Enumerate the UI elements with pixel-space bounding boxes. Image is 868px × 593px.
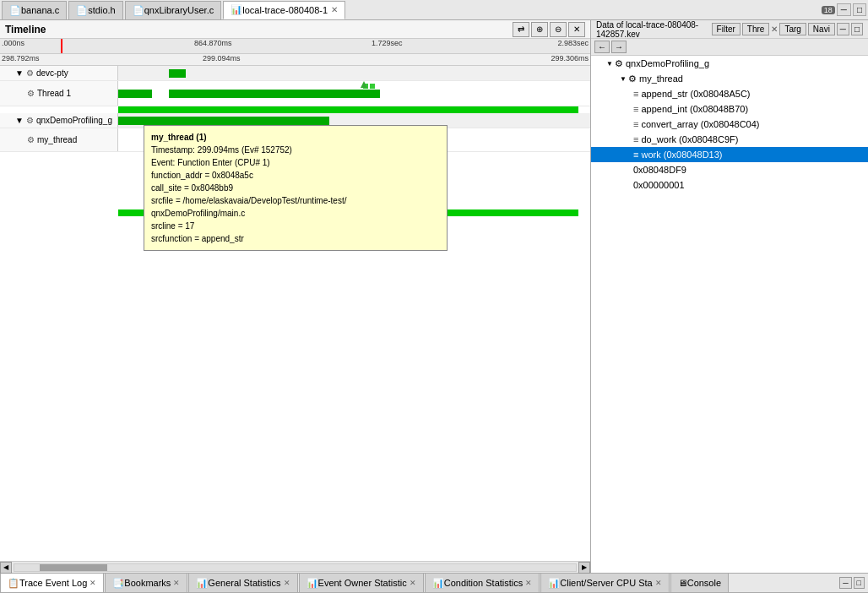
tooltip-call-site: call_site = 0x8048bb9 xyxy=(151,182,440,194)
console-icon: 🖥 xyxy=(678,578,687,588)
tree-item-df9[interactable]: 0x08048DF9 xyxy=(591,162,868,177)
scroll-track[interactable] xyxy=(14,563,577,572)
bottom-tab-general-stats[interactable]: 📊 General Statistics ✕ xyxy=(188,574,297,592)
gear-icon-root: ⚙ xyxy=(615,58,623,69)
trace-log-icon: 📋 xyxy=(8,578,19,589)
bookmarks-close[interactable]: ✕ xyxy=(173,579,180,587)
maximize-button[interactable]: □ xyxy=(853,3,866,16)
tab-stdio[interactable]: 📄 stdio.h xyxy=(68,1,122,19)
bottom-tab-bar: 📋 Trace Event Log ✕ 📑 Bookmarks ✕ 📊 Gene… xyxy=(0,573,868,593)
tree-item-convert-array[interactable]: ≡ convert_array (0x08048C04) xyxy=(591,117,868,132)
trace-log-close[interactable]: ✕ xyxy=(90,579,96,587)
gear-icon: ⚙ xyxy=(26,68,34,78)
close-timeline-button[interactable]: ✕ xyxy=(568,22,585,37)
scroll-left-button[interactable]: ◀ xyxy=(0,562,12,574)
subruler-mid: 299.094ms xyxy=(203,54,241,63)
condition-stats-icon: 📊 xyxy=(432,578,444,589)
tree-item-do-work[interactable]: ≡ do_work (0x08048C9F) xyxy=(591,132,868,147)
general-stats-close[interactable]: ✕ xyxy=(284,579,290,587)
tooltip-func-addr: function_addr = 0x8048a5c xyxy=(151,169,440,182)
file-icon: 📄 xyxy=(9,5,21,16)
bar-devc xyxy=(169,69,186,78)
tab-banana[interactable]: 📄 banana.c xyxy=(2,1,67,19)
right-panel-header: Data of local-trace-080408-142857.kev Fi… xyxy=(591,20,868,39)
bottom-minimize-button[interactable]: ─ xyxy=(839,577,851,589)
tree-item-001[interactable]: 0x00000001 xyxy=(591,177,868,193)
zoom-out-button[interactable]: ⊖ xyxy=(550,22,567,37)
tooltip-srcfile2: qnxDemoProfiling/main.c xyxy=(151,207,440,220)
row-label-devc[interactable]: ▼ ⚙ devc-pty xyxy=(0,66,118,80)
close-x-icon: ✕ xyxy=(771,24,778,34)
tooltip-srcline: srcline = 17 xyxy=(151,220,440,232)
client-server-icon: 📊 xyxy=(548,578,560,589)
tooltip-timestamp: Timestamp: 299.094ms (Ev# 152752) xyxy=(151,144,440,156)
tree-view[interactable]: ▼ ⚙ qnxDemoProfiling_g ▼ ⚙ my_thread ≡ a… xyxy=(591,56,868,573)
bottom-tab-client-server[interactable]: 📊 Client/Server CPU Sta ✕ xyxy=(540,574,669,592)
sync-button[interactable]: ⇄ xyxy=(513,22,529,37)
bottom-tab-condition-stats[interactable]: 📊 Condition Statistics ✕ xyxy=(425,574,540,592)
subruler-start: 298.792ms xyxy=(2,54,40,63)
right-toolbar: Filter Thre ✕ Targ Navi ─ □ xyxy=(712,23,863,35)
thread1-fullbar xyxy=(118,106,578,113)
timeline-content[interactable]: ▼ ⚙ devc-pty ⚙ Thread 1 xyxy=(0,66,590,561)
timeline-row-devc: ▼ ⚙ devc-pty xyxy=(0,66,590,81)
back-button[interactable]: ← xyxy=(594,41,610,53)
tab-localtrace[interactable]: 📊 local-trace-080408-1 ✕ xyxy=(223,1,345,19)
tooltip-event: Event: Function Enter (CPU# 1) xyxy=(151,156,440,169)
tooltip-box: my_thread (1) Timestamp: 299.094ms (Ev# … xyxy=(144,125,448,251)
tab-bar-right: 18 ─ □ xyxy=(820,3,866,16)
row-label-thread1[interactable]: ⚙ Thread 1 xyxy=(0,81,118,106)
tab-qnxlibrary[interactable]: 📄 qnxLibraryUser.c xyxy=(125,1,222,19)
minimize-right-button[interactable]: ─ xyxy=(837,23,849,35)
ruler-mid1: 864.870ms xyxy=(194,39,232,47)
bottom-tab-console[interactable]: 🖥 Console xyxy=(670,574,729,592)
thread-button[interactable]: Thre xyxy=(742,23,770,35)
tree-item-work[interactable]: ≡ work (0x08048D13) xyxy=(591,147,868,162)
minimize-button[interactable]: ─ xyxy=(837,3,851,16)
bottom-tab-trace-log[interactable]: 📋 Trace Event Log ✕ xyxy=(0,574,104,592)
bar-t1-2 xyxy=(169,90,380,98)
trace-icon: 📊 xyxy=(231,4,242,15)
gear-icon-thread: ⚙ xyxy=(27,89,35,98)
bottom-tab-event-owner[interactable]: 📊 Event Owner Statistic ✕ xyxy=(299,574,424,592)
timeline-row-thread1: ⚙ Thread 1 xyxy=(0,81,590,106)
timeline-scrollbar[interactable]: ◀ ▶ xyxy=(0,561,590,573)
cursor-indicator xyxy=(61,39,62,53)
filter-button[interactable]: Filter xyxy=(712,23,741,35)
right-toolbar-row2: ← → xyxy=(591,39,868,56)
tree-item-root[interactable]: ▼ ⚙ qnxDemoProfiling_g xyxy=(591,56,868,71)
tree-item-append-int[interactable]: ≡ append_int (0x08048B70) xyxy=(591,101,868,117)
timeline-toolbar: ⇄ ⊕ ⊖ ✕ xyxy=(513,22,585,37)
gear-icon-qnx: ⚙ xyxy=(26,116,34,125)
devc-bar-area[interactable] xyxy=(118,66,590,80)
scroll-right-button[interactable]: ▶ xyxy=(578,562,590,574)
bookmarks-icon: 📑 xyxy=(112,578,124,589)
tree-item-append-str[interactable]: ≡ append_str (0x08048A5C) xyxy=(591,86,868,101)
tab-close-button[interactable]: ✕ xyxy=(331,5,338,14)
client-server-close[interactable]: ✕ xyxy=(655,579,662,587)
tab-counter: 18 xyxy=(822,6,835,14)
navi-button[interactable]: Navi xyxy=(808,23,835,35)
bottom-maximize-button[interactable]: □ xyxy=(854,577,865,589)
timeline-subruler: 298.792ms 299.094ms 299.306ms xyxy=(0,54,590,66)
thread1-bar-area[interactable] xyxy=(118,81,590,106)
maximize-right-button[interactable]: □ xyxy=(851,23,863,35)
expand-icon: ▼ xyxy=(15,68,24,78)
tooltip-srcfunction: srcfunction = append_str xyxy=(151,232,440,245)
tree-item-mythread[interactable]: ▼ ⚙ my_thread xyxy=(591,71,868,86)
file-icon: 📄 xyxy=(76,5,88,16)
list-icon-append-int: ≡ xyxy=(633,104,638,114)
timeline-ruler: .000ns 864.870ms 1.729sec 2.983sec xyxy=(0,39,590,54)
bottom-tab-bookmarks[interactable]: 📑 Bookmarks ✕ xyxy=(105,574,187,592)
right-panel: Data of local-trace-080408-142857.kev Fi… xyxy=(591,20,868,573)
row-label-mythread[interactable]: ⚙ my_thread xyxy=(0,128,118,151)
list-icon-do-work: ≡ xyxy=(633,134,638,144)
zoom-in-button[interactable]: ⊕ xyxy=(531,22,548,37)
scroll-thumb[interactable] xyxy=(40,564,107,571)
row-label-qnxdemo[interactable]: ▼ ⚙ qnxDemoProfiling_g xyxy=(0,113,118,128)
condition-stats-close[interactable]: ✕ xyxy=(525,579,532,587)
event-owner-close[interactable]: ✕ xyxy=(410,579,416,587)
target-button[interactable]: Targ xyxy=(779,23,806,35)
ruler-start: .000ns xyxy=(2,39,24,47)
forward-button[interactable]: → xyxy=(611,41,627,53)
